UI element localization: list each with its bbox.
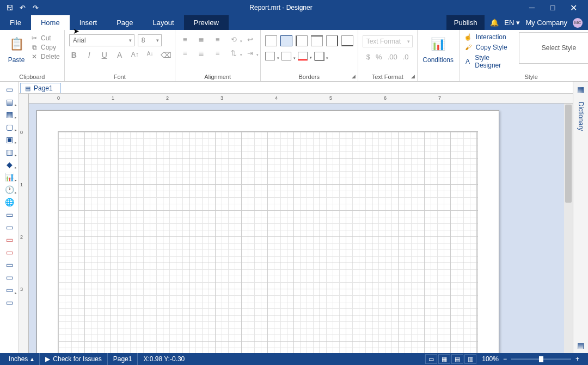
tool-gauge[interactable]: 🕐 — [3, 184, 16, 195]
undo-icon[interactable]: ↶ — [17, 4, 27, 12]
align-right-button[interactable]: ≡ — [212, 35, 223, 44]
copy-style-button[interactable]: 🖌Copy Style — [464, 44, 514, 51]
align-bottom-button[interactable]: ≡ — [212, 49, 223, 57]
dictionary-panel[interactable]: Dictionary — [577, 102, 585, 131]
tool-pointer[interactable]: ▭ — [3, 84, 16, 95]
paste-button[interactable]: 📋 Paste — [4, 32, 28, 64]
percent-button[interactable]: % — [376, 53, 382, 61]
conditions-button[interactable]: 📊 Conditions — [422, 32, 455, 64]
border-all-button[interactable] — [280, 35, 292, 46]
bold-button[interactable]: B — [69, 51, 79, 59]
grow-font-button[interactable]: A↑ — [130, 51, 140, 59]
shadow-button[interactable] — [314, 52, 324, 60]
border-bottom-button[interactable] — [341, 35, 353, 46]
tool-map[interactable]: 🌐 — [3, 197, 16, 208]
underline-button[interactable]: U — [100, 51, 109, 59]
group-label-borders: Borders — [265, 72, 353, 80]
tool-chart[interactable]: 📊 — [3, 172, 16, 182]
tab-home[interactable]: Home — [31, 15, 70, 30]
maximize-button[interactable]: □ — [542, 3, 563, 12]
report-page[interactable] — [36, 110, 499, 353]
border-color-button[interactable] — [281, 52, 291, 60]
avatar[interactable]: MC — [573, 18, 583, 28]
zoom-out-button[interactable]: − — [503, 355, 507, 363]
clear-format-button[interactable]: ⌫ — [161, 51, 170, 59]
tab-page[interactable]: Page — [107, 15, 143, 30]
text-format-combo[interactable]: Text Format — [363, 35, 413, 47]
interaction-button[interactable]: ☝Interaction — [464, 33, 514, 41]
shrink-font-button[interactable]: A↓ — [145, 51, 155, 59]
tool-page4[interactable]: ▭ — [3, 247, 16, 258]
save-icon[interactable]: 🖫 — [4, 4, 14, 12]
company-selector[interactable]: My Company — [525, 19, 567, 27]
tab-insert[interactable]: Insert — [70, 15, 107, 30]
window-title: Report.mrt - Designer — [40, 4, 522, 11]
align-center-button[interactable]: ≣ — [196, 35, 207, 44]
tool-page3[interactable]: ▭ — [3, 234, 16, 245]
style-designer-button[interactable]: AStyle Designer — [464, 54, 514, 69]
tool-barcode[interactable]: ▥ — [3, 147, 16, 157]
tool-page2[interactable]: ▭ — [3, 222, 16, 233]
design-canvas[interactable] — [29, 104, 573, 353]
font-size-combo[interactable]: 8 — [138, 34, 162, 46]
tool-panel1[interactable]: ▭ — [3, 259, 16, 270]
border-right-button[interactable] — [326, 35, 338, 46]
tool-cross[interactable]: ▦ — [3, 109, 16, 120]
view-mode-1[interactable]: ▭ — [425, 354, 437, 364]
view-mode-4[interactable]: ▥ — [464, 354, 476, 364]
language-selector[interactable]: EN ▾ — [504, 19, 520, 27]
tool-panel4[interactable]: ▭ — [3, 297, 16, 308]
scroll-thumb[interactable] — [565, 105, 572, 203]
publish-button[interactable]: Publish — [446, 15, 485, 30]
close-button[interactable]: ✕ — [563, 3, 584, 13]
line-spacing-button[interactable]: ⇅ — [229, 49, 240, 57]
text-angle-button[interactable]: ⟲ — [229, 35, 240, 44]
tab-layout[interactable]: Layout — [143, 15, 184, 30]
zoom-level[interactable]: 100% — [482, 355, 499, 363]
tool-text[interactable]: ▢ — [3, 121, 16, 132]
redo-icon[interactable]: ↷ — [30, 4, 40, 12]
tool-band[interactable]: ▤ — [3, 96, 16, 107]
increase-decimal-button[interactable]: .00 — [388, 53, 397, 61]
italic-button[interactable]: I — [84, 51, 94, 59]
delete-button[interactable]: ✕Delete — [30, 53, 60, 60]
tool-page1[interactable]: ▭ — [3, 209, 16, 220]
view-mode-2[interactable]: ▦ — [438, 354, 450, 364]
tool-shape[interactable]: ◆ — [3, 159, 16, 170]
align-middle-button[interactable]: ≣ — [196, 49, 207, 57]
tab-preview[interactable]: Preview — [184, 15, 229, 30]
border-none-button[interactable] — [265, 35, 277, 46]
notifications-icon[interactable]: 🔔 — [490, 19, 499, 27]
minimize-button[interactable]: ─ — [522, 3, 542, 12]
tool-panel2[interactable]: ▭ — [3, 272, 16, 283]
tree-icon[interactable]: ▤ — [577, 341, 584, 350]
tool-image[interactable]: ▣ — [3, 134, 16, 145]
cut-button[interactable]: ✂Cut — [30, 34, 60, 42]
border-style-button[interactable] — [298, 52, 308, 60]
page-tab[interactable]: ▤ Page1 — [20, 83, 61, 93]
check-issues-button[interactable]: ▶ Check for Issues — [40, 353, 107, 365]
fill-color-button[interactable] — [265, 52, 275, 60]
currency-button[interactable]: $ — [366, 53, 370, 61]
font-color-button[interactable]: A — [115, 51, 125, 59]
zoom-slider[interactable] — [511, 358, 571, 360]
indent-button[interactable]: ⇥ — [245, 49, 256, 57]
vertical-scrollbar[interactable] — [564, 104, 573, 353]
border-top-button[interactable] — [311, 35, 323, 46]
select-style-combo[interactable]: Select Style — [519, 32, 588, 64]
properties-icon[interactable]: ▦ — [577, 85, 584, 94]
view-mode-3[interactable]: ▤ — [451, 354, 463, 364]
wrap-button[interactable]: ↩ — [245, 35, 256, 44]
borders-launcher[interactable]: ◢ — [352, 74, 356, 79]
align-left-button[interactable]: ≡ — [180, 35, 191, 44]
align-top-button[interactable]: ≡ — [180, 49, 191, 57]
decrease-decimal-button[interactable]: .0 — [403, 53, 409, 61]
tool-panel3[interactable]: ▭ — [3, 284, 16, 295]
copy-button[interactable]: ⧉Copy — [30, 44, 60, 51]
tab-file[interactable]: File — [0, 15, 31, 30]
font-name-combo[interactable]: Arial — [69, 34, 134, 46]
textformat-launcher[interactable]: ◢ — [411, 74, 415, 79]
units-selector[interactable]: Inches ▴ — [3, 353, 40, 365]
zoom-in-button[interactable]: + — [575, 355, 579, 363]
border-left-button[interactable] — [296, 35, 308, 46]
